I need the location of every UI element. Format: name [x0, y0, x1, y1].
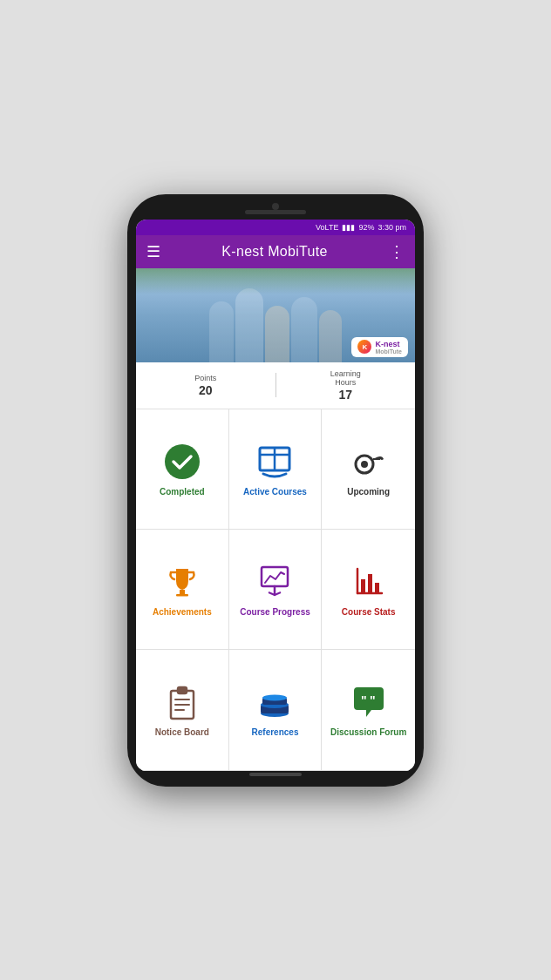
top-bar: ☰ K-nest MobiTute ⋮: [136, 235, 415, 268]
grid-item-notice-board[interactable]: Notice Board: [136, 650, 229, 770]
upcoming-label: Upcoming: [347, 487, 390, 497]
points-value: 20: [199, 383, 213, 397]
course-stats-label: Course Stats: [342, 607, 396, 618]
status-volte: VoLTE: [316, 223, 338, 232]
notice-board-icon: [162, 682, 202, 722]
completed-label: Completed: [160, 487, 205, 497]
status-battery: 92%: [358, 223, 374, 232]
svg-rect-7: [180, 590, 185, 594]
speaker: [245, 210, 306, 214]
discussion-forum-icon: " ": [349, 682, 389, 722]
grid-item-course-progress[interactable]: Course Progress: [229, 530, 323, 650]
menu-icon[interactable]: ☰: [146, 242, 160, 261]
svg-rect-16: [368, 574, 372, 593]
achievements-label: Achievements: [153, 607, 212, 618]
achievements-icon: [162, 562, 202, 602]
svg-point-5: [361, 461, 368, 468]
grid-item-references[interactable]: References: [229, 650, 323, 770]
active-courses-icon: [255, 442, 295, 482]
status-time: 3:30 pm: [378, 223, 406, 232]
course-progress-label: Course Progress: [240, 607, 310, 618]
stats-row: Points 20 LearningHours 17: [136, 362, 415, 410]
references-icon: [255, 682, 295, 722]
svg-rect-15: [361, 579, 365, 593]
svg-rect-17: [375, 583, 379, 593]
app-title: K-nest MobiTute: [221, 244, 327, 260]
grid-item-completed[interactable]: Completed: [136, 409, 229, 530]
course-stats-icon: [349, 562, 389, 602]
learning-value: 17: [338, 388, 352, 402]
phone-screen: VoLTE ▮▮▮ 92% 3:30 pm ☰ K-nest MobiTute …: [136, 220, 415, 771]
discussion-forum-label: Discussion Forum: [330, 727, 406, 738]
status-bar: VoLTE ▮▮▮ 92% 3:30 pm: [136, 220, 415, 235]
hero-banner: K K-nest MobiTute: [136, 268, 415, 362]
learning-stat: LearningHours 17: [276, 369, 416, 402]
course-progress-icon: [255, 562, 295, 602]
references-label: References: [252, 727, 299, 738]
notice-board-label: Notice Board: [155, 727, 209, 738]
phone-frame: VoLTE ▮▮▮ 92% 3:30 pm ☰ K-nest MobiTute …: [127, 194, 424, 787]
svg-rect-20: [178, 688, 187, 693]
svg-text:": ": [361, 693, 367, 707]
svg-text:": ": [370, 693, 376, 707]
grid-item-discussion-forum[interactable]: " " Discussion Forum: [322, 650, 415, 770]
grid-item-course-stats[interactable]: Course Stats: [322, 530, 415, 650]
more-icon[interactable]: ⋮: [389, 242, 405, 261]
upcoming-icon: [349, 442, 389, 482]
svg-rect-8: [176, 594, 188, 597]
points-stat: Points 20: [136, 374, 276, 397]
knest-brand: K-nest: [375, 340, 402, 348]
status-signal: ▮▮▮: [342, 223, 355, 232]
grid-item-upcoming[interactable]: Upcoming: [322, 409, 415, 530]
active-courses-label: Active Courses: [243, 487, 307, 497]
svg-point-0: [165, 444, 200, 479]
knest-badge: K K-nest MobiTute: [351, 337, 408, 357]
knest-logo: K: [357, 340, 371, 354]
grid-item-achievements[interactable]: Achievements: [136, 530, 229, 650]
svg-point-28: [262, 694, 287, 700]
learning-label: LearningHours: [330, 369, 361, 389]
points-label: Points: [194, 374, 216, 383]
grid-item-active-courses[interactable]: Active Courses: [229, 409, 323, 530]
menu-grid: Completed Active Courses: [136, 409, 415, 770]
knest-sub: MobiTute: [375, 348, 402, 355]
completed-icon: [162, 442, 202, 482]
